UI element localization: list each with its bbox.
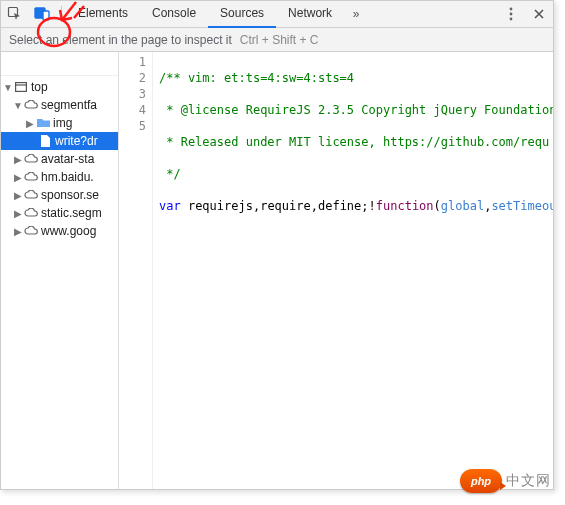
tree-item-origin[interactable]: ▶ hm.baidu. bbox=[1, 168, 118, 186]
chevron-right-icon: ▶ bbox=[13, 172, 23, 183]
toggle-device-toolbar-button[interactable] bbox=[29, 1, 57, 27]
tree-item-origin[interactable]: ▶ avatar-sta bbox=[1, 150, 118, 168]
cloud-icon bbox=[23, 208, 39, 218]
close-devtools-button[interactable] bbox=[525, 1, 553, 27]
watermark-text: 中文网 bbox=[506, 472, 551, 490]
more-tabs-button[interactable]: » bbox=[344, 7, 368, 21]
tree-item-folder[interactable]: ▶ img bbox=[1, 114, 118, 132]
tooltip-text: Select an element in the page to inspect… bbox=[9, 33, 232, 47]
inspect-tooltip: Select an element in the page to inspect… bbox=[1, 28, 553, 52]
code-editor[interactable]: 1 2 3 4 5 /** vim: et:ts=4:sw=4:sts=4 * … bbox=[119, 52, 553, 489]
chevron-right-icon: ▶ bbox=[13, 226, 23, 237]
tree-item-origin[interactable]: ▶ www.goog bbox=[1, 222, 118, 240]
line-gutter: 1 2 3 4 5 bbox=[119, 52, 153, 489]
tab-sources[interactable]: Sources bbox=[208, 1, 276, 28]
cloud-icon bbox=[23, 100, 39, 110]
watermark: php 中文网 bbox=[460, 469, 551, 493]
folder-icon bbox=[35, 118, 51, 128]
devtools-toolbar: Elements Console Sources Network » bbox=[1, 1, 553, 28]
chevron-right-icon: ▶ bbox=[13, 208, 23, 219]
tab-network[interactable]: Network bbox=[276, 1, 344, 28]
devtools-panel: Elements Console Sources Network » Selec… bbox=[0, 0, 554, 490]
chevron-right-icon: ▶ bbox=[25, 118, 35, 129]
toolbar-divider bbox=[61, 6, 62, 22]
cloud-icon bbox=[23, 190, 39, 200]
svg-point-3 bbox=[510, 8, 513, 11]
sources-panel: ▼ top ▼ segmentfa ▶ img bbox=[1, 52, 553, 489]
svg-rect-2 bbox=[43, 11, 49, 20]
cloud-icon bbox=[23, 172, 39, 182]
tab-elements[interactable]: Elements bbox=[66, 1, 140, 28]
sidebar-toolbar bbox=[1, 52, 118, 76]
watermark-logo: php bbox=[460, 469, 502, 493]
tree-item-top[interactable]: ▼ top bbox=[1, 78, 118, 96]
tree-item-origin[interactable]: ▶ static.segm bbox=[1, 204, 118, 222]
sources-sidebar: ▼ top ▼ segmentfa ▶ img bbox=[1, 52, 119, 489]
cloud-icon bbox=[23, 226, 39, 236]
inspect-element-button[interactable] bbox=[1, 1, 29, 27]
chevron-right-icon: ▶ bbox=[13, 154, 23, 165]
svg-point-4 bbox=[510, 13, 513, 16]
svg-rect-6 bbox=[16, 83, 27, 92]
kebab-menu-button[interactable] bbox=[497, 1, 525, 27]
tree-item-origin[interactable]: ▶ sponsor.se bbox=[1, 186, 118, 204]
cloud-icon bbox=[23, 154, 39, 164]
tab-console[interactable]: Console bbox=[140, 1, 208, 28]
tree-item-file-selected[interactable]: write?dr bbox=[1, 132, 118, 150]
svg-point-5 bbox=[510, 18, 513, 21]
file-tree: ▼ top ▼ segmentfa ▶ img bbox=[1, 76, 118, 240]
file-icon bbox=[37, 135, 53, 147]
window-icon bbox=[13, 82, 29, 92]
tree-item-origin[interactable]: ▼ segmentfa bbox=[1, 96, 118, 114]
code-content: /** vim: et:ts=4:sw=4:sts=4 * @license R… bbox=[153, 52, 553, 489]
chevron-right-icon: ▶ bbox=[13, 190, 23, 201]
devtools-tabs: Elements Console Sources Network bbox=[66, 1, 344, 28]
chevron-down-icon: ▼ bbox=[3, 82, 13, 93]
chevron-down-icon: ▼ bbox=[13, 100, 23, 111]
tooltip-shortcut: Ctrl + Shift + C bbox=[240, 33, 319, 47]
